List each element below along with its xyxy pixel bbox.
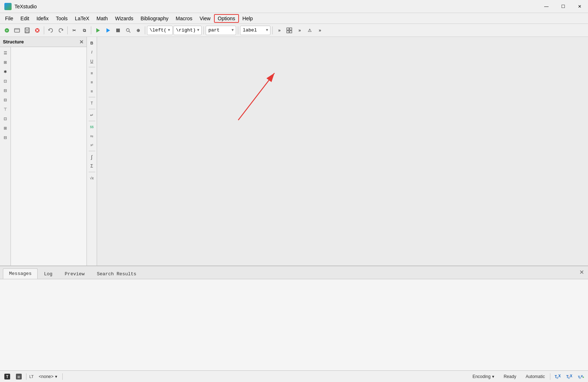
part-dropdown[interactable]: part ▼ [206,26,236,35]
sidebar-title: Structure [3,39,24,44]
left-paren-arrow: ▼ [168,28,170,32]
svg-text:⊞: ⊞ [17,375,20,379]
structure-icon-9[interactable]: ⊞ [1,124,10,132]
vt-text-button[interactable]: T [88,99,96,107]
tb-new-button[interactable]: + [2,26,12,35]
tb-cut-button[interactable]: ✂ [70,26,79,35]
svg-text:X: X [570,374,572,378]
bottom-panel: Messages Log Preview Search Results ✕ [0,266,588,370]
sidebar-close-button[interactable]: ✕ [79,39,84,45]
structure-icon-3[interactable]: ✱ [1,67,10,76]
tb-close-button[interactable] [33,26,42,35]
menu-help[interactable]: Help [239,14,257,23]
lt-label: LT [29,374,34,379]
tab-log[interactable]: Log [38,269,58,279]
toolbar: + ✂ ⧉ ⊕ \left( ▼ \right) ▼ part ▼ [0,24,588,37]
tb-extra1-button[interactable]: » [274,26,284,35]
menu-math[interactable]: Math [93,14,112,23]
structure-icon-10[interactable]: ⊟ [1,133,10,142]
tb-undo-button[interactable] [46,26,55,35]
structure-icon-2[interactable]: ⊞ [1,58,10,67]
ready-label: Ready [499,374,521,379]
encoding-dropdown[interactable]: Encoding ▾ [470,373,496,380]
label-arrow: ▼ [266,28,268,32]
label-dropdown[interactable]: label ▼ [240,26,270,35]
tb-stop-button[interactable] [113,26,123,35]
vt-sqrt-button[interactable]: √x [88,174,96,182]
svg-rect-5 [26,31,29,33]
structure-icon-4[interactable]: ⊡ [1,77,10,85]
automatic-dropdown[interactable]: Automatic [524,373,547,380]
maximize-button[interactable]: ☐ [555,0,571,13]
tb-ref-button[interactable]: ⊕ [134,26,143,35]
vt-newline-button[interactable]: ↵ [88,111,96,119]
structure-icon-7[interactable]: ⊤ [1,105,10,114]
menu-bar: File Edit Idefix Tools LaTeX Math Wizard… [0,13,588,24]
vt-align-left-button[interactable]: ≡ [88,69,96,77]
tb-copy-button[interactable]: ⧉ [80,26,89,35]
left-paren-dropdown[interactable]: \left( ▼ [147,26,173,35]
vt-math-button[interactable]: $$ [88,123,96,131]
tb-run-button[interactable] [93,26,102,35]
app-icon [4,3,12,10]
menu-options[interactable]: Options [214,14,239,23]
structure-icon-1[interactable]: ☰ [1,48,10,57]
minimize-button[interactable]: — [538,0,555,13]
vt-align-right-button[interactable]: ≡ [88,87,96,95]
tb-save-button[interactable] [22,26,32,35]
tb-compile-button[interactable] [103,26,113,35]
tab-preview[interactable]: Preview [59,269,91,279]
automatic-label: Automatic [526,374,545,379]
status-tex-icon-3[interactable]: T E X ★ [576,372,585,381]
structure-icon-5[interactable]: ⊟ [1,86,10,95]
vt-align-center-button[interactable]: ≡ [88,78,96,86]
svg-line-19 [238,73,274,120]
status-tex-icon-2[interactable]: T E X + [565,372,574,381]
tb-open-button[interactable] [12,26,22,35]
menu-bibliography[interactable]: Bibliography [137,14,172,23]
vt-subscript-button[interactable]: x₂ [88,132,96,140]
vt-superscript-button[interactable]: x² [88,141,96,149]
menu-idefix[interactable]: Idefix [33,14,52,23]
menu-file[interactable]: File [1,14,17,23]
bottom-content [0,279,588,371]
svg-rect-11 [116,29,120,32]
menu-edit[interactable]: Edit [17,14,33,23]
tb-extra3-button[interactable]: » [315,26,324,35]
svg-rect-4 [26,28,29,30]
svg-rect-2 [14,29,20,32]
close-button[interactable]: ✕ [571,0,588,13]
status-tex-icon-1[interactable]: T E X [553,372,562,381]
menu-tools[interactable]: Tools [52,14,71,23]
vt-sum-button[interactable]: Σ [88,162,96,170]
tab-messages[interactable]: Messages [3,268,38,279]
tb-redo-button[interactable] [56,26,66,35]
tb-search-button[interactable] [123,26,133,35]
status-icon-2[interactable]: ⊞ [14,372,23,381]
structure-icon-6[interactable]: ⊟ [1,96,10,104]
svg-text:+: + [6,29,8,33]
menu-view[interactable]: View [196,14,214,23]
none-dropdown[interactable]: <none> ▾ [37,373,59,380]
tab-search-results[interactable]: Search Results [91,269,142,279]
menu-wizards[interactable]: Wizards [112,14,137,23]
bottom-panel-close-button[interactable]: ✕ [578,268,585,276]
svg-point-12 [126,29,129,31]
vt-integral-button[interactable]: ∫ [88,153,96,161]
vt-italic-button[interactable]: I [88,48,96,56]
part-label: part [208,27,230,33]
app-title: TeXstudio [14,4,37,9]
menu-latex[interactable]: LaTeX [71,14,93,23]
menu-macros[interactable]: Macros [172,14,196,23]
status-separator-3 [550,373,550,380]
vt-bold-button[interactable]: B [88,39,96,47]
tb-warning-button[interactable]: ⚠ [305,26,314,35]
structure-icon-8[interactable]: ⊡ [1,114,10,123]
svg-rect-14 [287,28,289,30]
right-paren-dropdown[interactable]: \right) ▼ [173,26,202,35]
tb-grid-button[interactable] [285,26,294,35]
status-icon-1[interactable]: T [3,372,12,381]
svg-line-13 [129,31,130,33]
vt-underline-button[interactable]: U [88,57,96,65]
tb-extra2-button[interactable]: » [295,26,304,35]
